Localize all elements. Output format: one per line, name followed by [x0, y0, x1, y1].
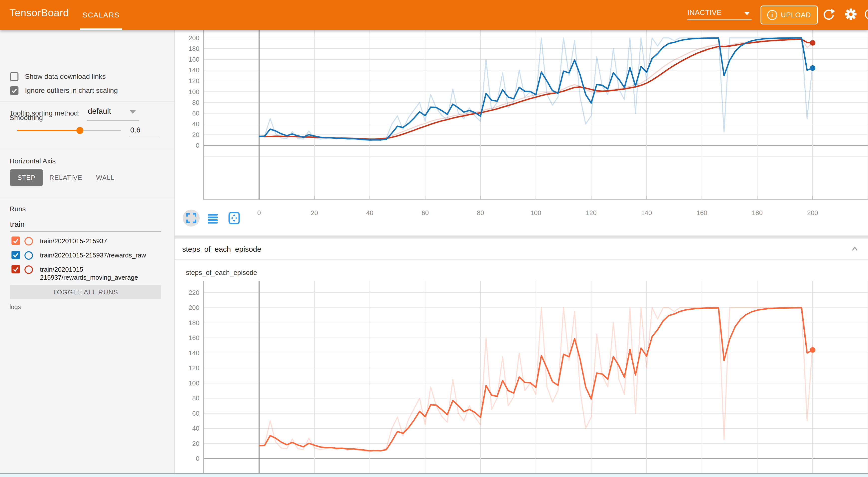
section-title: steps_of_each_episode — [182, 245, 261, 253]
run-color-circle — [25, 265, 33, 274]
fullscreen-icon — [185, 212, 197, 224]
svg-text:20: 20 — [192, 440, 199, 447]
runs-label: Runs — [9, 205, 26, 213]
gear-icon[interactable] — [845, 8, 857, 20]
logs-label: logs — [9, 304, 21, 311]
svg-text:140: 140 — [189, 66, 199, 74]
tab-active-indicator — [80, 28, 122, 30]
svg-text:100: 100 — [530, 209, 541, 217]
divider — [0, 101, 175, 102]
expand-chart-button[interactable] — [183, 210, 200, 226]
runs-list: train/20201015-215937train/20201015-2159… — [11, 236, 161, 287]
chevron-down-icon — [744, 12, 750, 15]
smoothing-value-underline — [129, 137, 159, 137]
smoothing-value-input[interactable]: 0.6 — [129, 126, 160, 134]
settings-sidebar: Show data download links Ignore outliers… — [0, 30, 175, 477]
app-title: TensorBoard — [9, 7, 69, 19]
haxis-wall-button[interactable]: WALL — [93, 169, 118, 186]
divider — [0, 198, 175, 198]
tab-scalars[interactable]: SCALARS — [80, 0, 122, 30]
run-checkbox[interactable] — [11, 236, 20, 245]
svg-text:180: 180 — [189, 45, 199, 53]
fit-domain-button[interactable] — [226, 210, 243, 226]
run-row[interactable]: train/20201015-215937/rewards_moving_ave… — [11, 265, 161, 281]
smoothing-slider-fill — [17, 130, 80, 131]
svg-text:20: 20 — [311, 209, 318, 217]
svg-text:40: 40 — [192, 120, 199, 128]
rewards-chart[interactable]: 0204060801001201401601802000204060801001… — [175, 30, 868, 236]
run-label: train/20201015-215937/rewards_raw — [40, 251, 157, 259]
toggle-all-runs-button[interactable]: TOGGLE ALL RUNS — [10, 285, 161, 299]
ignore-outliers-row[interactable]: Ignore outliers in chart scaling — [10, 86, 118, 95]
chart-toolbar — [183, 210, 243, 226]
svg-text:160: 160 — [189, 334, 199, 342]
check-icon — [11, 87, 18, 94]
info-icon: i — [767, 10, 777, 20]
divider — [0, 149, 175, 149]
runs-filter-underline — [10, 231, 161, 231]
svg-text:200: 200 — [189, 304, 199, 311]
run-row[interactable]: train/20201015-215937/rewards_raw — [11, 251, 161, 260]
section-divider — [175, 235, 868, 239]
svg-text:120: 120 — [586, 209, 596, 217]
chevron-down-icon — [130, 110, 136, 114]
check-icon — [12, 237, 19, 244]
checkbox-unchecked[interactable] — [10, 72, 19, 81]
log-scale-button[interactable] — [204, 210, 221, 226]
runs-filter-input[interactable]: train — [10, 220, 25, 228]
run-label: train/20201015-215937 — [40, 237, 157, 245]
svg-text:180: 180 — [189, 319, 199, 326]
svg-text:140: 140 — [189, 349, 199, 357]
svg-text:80: 80 — [192, 394, 199, 402]
svg-text:0: 0 — [257, 209, 261, 217]
run-checkbox[interactable] — [11, 265, 20, 274]
svg-text:0: 0 — [196, 142, 199, 149]
chart-card-title: steps_of_each_episode — [186, 269, 257, 277]
run-color-circle — [25, 237, 33, 246]
checkbox-label: Ignore outliers in chart scaling — [25, 87, 118, 95]
run-checkbox[interactable] — [11, 251, 20, 259]
smoothing-slider-knob[interactable] — [76, 127, 83, 134]
bars-icon — [207, 212, 218, 224]
svg-text:120: 120 — [189, 364, 199, 372]
haxis-step-button[interactable]: STEP — [10, 169, 43, 186]
check-icon — [12, 252, 19, 258]
svg-text:60: 60 — [192, 410, 199, 417]
svg-text:200: 200 — [807, 209, 818, 217]
svg-text:80: 80 — [192, 99, 199, 106]
upload-button[interactable]: i UPLOAD — [761, 5, 818, 25]
svg-text:20: 20 — [192, 131, 199, 138]
bottom-strip — [0, 473, 868, 477]
status-dropdown-value: INACTIVE — [687, 8, 722, 17]
chevron-up-icon[interactable] — [850, 245, 860, 254]
status-dropdown[interactable]: INACTIVE — [687, 6, 752, 20]
upload-button-label: UPLOAD — [781, 11, 811, 19]
dropdown-underline — [87, 121, 139, 121]
run-label: train/20201015-215937/rewards_moving_ave… — [40, 265, 157, 281]
smoothing-label: Smoothing — [9, 114, 43, 122]
horizontal-axis-label: Horizontal Axis — [9, 157, 56, 165]
refresh-icon[interactable] — [823, 8, 835, 20]
run-row[interactable]: train/20201015-215937 — [11, 236, 161, 246]
steps-chart[interactable]: 020406080100120140160180200220 — [175, 281, 868, 473]
svg-text:220: 220 — [189, 289, 199, 296]
svg-text:80: 80 — [477, 209, 484, 217]
section-header[interactable]: steps_of_each_episode — [175, 239, 868, 260]
show-download-links-row[interactable]: Show data download links — [10, 72, 106, 81]
help-icon[interactable] — [864, 8, 868, 20]
svg-text:40: 40 — [366, 209, 373, 217]
svg-text:100: 100 — [189, 88, 199, 96]
svg-text:0: 0 — [196, 455, 199, 462]
svg-text:180: 180 — [752, 209, 763, 217]
checkbox-label: Show data download links — [25, 73, 106, 81]
app-header: TensorBoard SCALARS INACTIVE i UPLOAD — [0, 0, 868, 30]
svg-text:60: 60 — [192, 109, 199, 117]
svg-text:140: 140 — [641, 209, 652, 217]
checkbox-checked[interactable] — [10, 86, 19, 95]
svg-text:120: 120 — [189, 77, 199, 85]
svg-text:200: 200 — [189, 34, 199, 42]
haxis-relative-button[interactable]: RELATIVE — [49, 169, 83, 186]
svg-text:100: 100 — [189, 379, 199, 387]
check-icon — [12, 266, 19, 273]
svg-text:160: 160 — [189, 56, 199, 63]
